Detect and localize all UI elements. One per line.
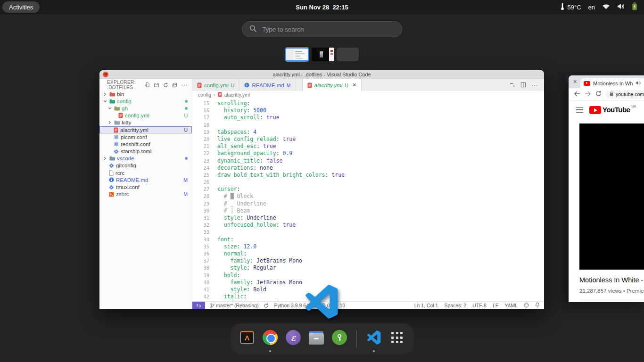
remote-indicator[interactable]: [192, 302, 205, 309]
tree-item-config.yml[interactable]: config.ymlU: [99, 112, 192, 119]
tab-audio-icon[interactable]: [636, 81, 641, 86]
youtube-logo[interactable]: YouTube UA: [589, 106, 636, 114]
vscode-titlebar[interactable]: ✕ alacritty.yml - .dotfiles - Visual Stu…: [99, 70, 544, 79]
code-line: 40 family: JetBrains Mono: [192, 279, 544, 286]
code-line: 33: [192, 229, 544, 236]
tree-item-config[interactable]: config: [99, 98, 192, 105]
editor-tab-config.yml[interactable]: config.ymlU: [192, 79, 239, 91]
battery-charging-icon[interactable]: [632, 2, 637, 12]
git-status-badge: U: [345, 82, 348, 88]
tree-item-alacritty.yml[interactable]: alacritty.ymlU: [99, 126, 192, 133]
status-bar: master* (Rebasing) Python 3.9.9 64-bit 0…: [192, 301, 544, 309]
gear-icon: [114, 149, 119, 154]
tree-item-redshift.conf[interactable]: redshift.conf: [99, 140, 192, 148]
new-file-icon[interactable]: [145, 82, 150, 88]
menu-hamburger-icon[interactable]: [576, 107, 583, 113]
collapse-folders-icon[interactable]: [172, 82, 177, 88]
encoding[interactable]: UTF-8: [472, 303, 487, 308]
clock[interactable]: Sun Nov 28 22:15: [296, 4, 348, 11]
workspace-thumbnail-3[interactable]: [337, 48, 359, 61]
keyboard-layout[interactable]: en: [588, 4, 595, 11]
tree-item-rcrc[interactable]: rcrc: [99, 169, 192, 176]
eol-sequence[interactable]: LF: [493, 303, 498, 308]
tree-item-vscode[interactable]: vscode: [99, 155, 192, 162]
more-actions-icon[interactable]: ···: [181, 83, 188, 87]
reload-icon[interactable]: [595, 90, 602, 99]
tree-item-bin[interactable]: bin: [99, 90, 192, 98]
tab-close-icon[interactable]: ✕: [573, 79, 577, 85]
back-icon[interactable]: [574, 90, 580, 99]
split-editor-icon[interactable]: [520, 81, 526, 90]
code-line: 17 auto_scroll: true: [192, 114, 544, 121]
tab-close-icon[interactable]: ✕: [352, 82, 356, 88]
lock-icon: [610, 91, 613, 97]
refresh-icon[interactable]: [163, 82, 168, 88]
mini-vscode-sidebar: [286, 49, 294, 62]
language-mode[interactable]: YAML: [504, 303, 518, 308]
explorer-header: EXPLORER: .DOTFILES: [107, 80, 145, 90]
dock-item-chrome[interactable]: [262, 329, 279, 349]
git-status-dot: [185, 100, 188, 103]
chevron-right-icon: [103, 92, 107, 96]
tree-item-picom.conf[interactable]: picom.conf: [99, 133, 192, 140]
editor-tab-README.md[interactable]: README.mdM: [239, 79, 296, 91]
code-line: 15scrolling:: [192, 100, 544, 107]
folder-olive-icon: [114, 106, 120, 111]
dock-item-app-grid[interactable]: [388, 329, 405, 349]
code-editor[interactable]: 15scrolling:16 history: 500017 auto_scro…: [192, 99, 544, 301]
dock-item-keys[interactable]: [331, 329, 348, 349]
chrome-active-tab[interactable]: Motionless In White - /: [580, 78, 644, 88]
toggle-changes-icon[interactable]: [510, 81, 515, 90]
video-player[interactable]: [579, 123, 644, 270]
running-indicator-dot: [269, 350, 271, 352]
notifications-bell-icon[interactable]: [535, 302, 540, 309]
git-status-badge: U: [184, 113, 188, 118]
dock-item-emacs[interactable]: ε: [285, 329, 302, 349]
breadcrumb[interactable]: config › alacritty.yml: [192, 91, 544, 99]
gear-icon: [114, 141, 119, 147]
warnings-count: 10: [339, 303, 345, 308]
indentation[interactable]: Spaces: 2: [444, 303, 466, 308]
dock-item-alacritty[interactable]: Λ: [239, 329, 256, 349]
tree-item-tmux.conf[interactable]: tmux.conf: [99, 183, 192, 190]
info-icon: [244, 82, 249, 88]
more-editor-actions-icon[interactable]: ···: [531, 83, 538, 87]
tree-item-README.md[interactable]: README.mdM: [99, 176, 192, 183]
yaml-icon: [118, 113, 123, 118]
cursor-position[interactable]: Ln 1, Col 1: [414, 303, 438, 308]
code-line: 34font:: [192, 236, 544, 243]
wifi-icon[interactable]: [602, 3, 610, 11]
git-status-badge: U: [184, 127, 188, 133]
window-close-button[interactable]: ✕: [103, 72, 108, 77]
editor-tab-alacritty.yml[interactable]: alacritty.ymlU✕: [302, 79, 362, 91]
tree-item-gitconfig[interactable]: gitconfig: [99, 162, 192, 169]
search-bar[interactable]: [242, 21, 402, 37]
workspace-thumbnail-1[interactable]: [285, 47, 309, 62]
dock-separator: [356, 330, 357, 348]
git-status-badge: M: [183, 191, 188, 197]
feedback-icon[interactable]: [524, 303, 529, 309]
volume-icon[interactable]: [617, 3, 625, 11]
explorer-sidebar: EXPLORER: .DOTFILES ··· binconfigghconfi…: [99, 79, 192, 309]
new-folder-icon[interactable]: [154, 82, 159, 88]
code-line: 26: [192, 179, 544, 186]
breadcrumb-folder[interactable]: config: [198, 92, 211, 98]
dock-item-files[interactable]: [308, 329, 325, 349]
breadcrumb-file[interactable]: alacritty.yml: [224, 92, 250, 98]
tree-item-starship.toml[interactable]: starship.toml: [99, 148, 192, 155]
workspace-thumbnail-2[interactable]: [312, 48, 334, 61]
tree-item-zshrc[interactable]: zshrcM: [99, 191, 192, 198]
system-indicators[interactable]: 59°C en: [560, 2, 644, 12]
git-status-badge: M: [287, 82, 291, 88]
sync-icon[interactable]: [264, 303, 269, 308]
code-line: 39 bold:: [192, 272, 544, 279]
dock-item-vscode[interactable]: [365, 329, 382, 349]
forward-icon[interactable]: [585, 90, 591, 99]
tree-item-gh[interactable]: gh: [99, 105, 192, 112]
activities-button[interactable]: Activities: [2, 1, 40, 13]
app-grid-icon: [389, 329, 405, 346]
git-branch-status[interactable]: master* (Rebasing): [210, 303, 258, 308]
search-input[interactable]: [261, 25, 393, 33]
address-bar[interactable]: youtube.com/wa: [606, 90, 644, 99]
tree-item-kitty[interactable]: kitty: [99, 119, 192, 126]
